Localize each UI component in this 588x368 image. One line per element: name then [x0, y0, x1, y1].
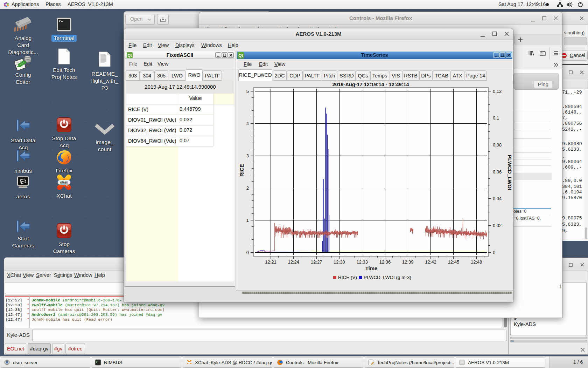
svg-text:0: 0: [493, 250, 495, 255]
svg-text:RICE (V): RICE (V): [338, 275, 357, 280]
svg-text:2: 2: [246, 185, 249, 191]
svg-text:chat: chat: [60, 180, 68, 184]
svg-text:0.02: 0.02: [493, 223, 502, 228]
svg-text:0: 0: [246, 250, 249, 255]
svg-text:0.08: 0.08: [493, 142, 502, 148]
svg-text:12:36: 12:36: [379, 259, 391, 265]
svg-text:0.12: 0.12: [493, 89, 502, 94]
svg-text:0.06: 0.06: [493, 169, 502, 175]
svg-text:3: 3: [246, 153, 249, 158]
svg-text:PLWCD_LWOI: PLWCD_LWOI: [507, 155, 513, 190]
svg-text:0.1: 0.1: [493, 115, 499, 121]
svg-text:12:45: 12:45: [448, 259, 460, 265]
svg-text:RICE: RICE: [239, 164, 245, 177]
svg-text:12:33: 12:33: [356, 259, 368, 265]
svg-text:PLWCD_LWOI (g m-3): PLWCD_LWOI (g m-3): [364, 275, 411, 280]
svg-text:Time: Time: [365, 265, 378, 271]
svg-text:12:27: 12:27: [311, 259, 322, 265]
svg-text:12:30: 12:30: [334, 259, 345, 265]
svg-text:12:21: 12:21: [265, 259, 276, 265]
svg-text:2019-Aug-17 12:19:14 - 12:49:1: 2019-Aug-17 12:19:14 - 12:49:14: [332, 82, 409, 87]
svg-text:12:39: 12:39: [402, 259, 414, 265]
svg-text:0.04: 0.04: [493, 196, 502, 201]
svg-text:12:48: 12:48: [471, 259, 482, 265]
svg-text:4: 4: [246, 121, 249, 126]
svg-text:5: 5: [246, 89, 249, 94]
svg-text:12:24: 12:24: [288, 259, 300, 265]
svg-text:1: 1: [246, 218, 249, 223]
svg-text:12:42: 12:42: [425, 259, 436, 265]
